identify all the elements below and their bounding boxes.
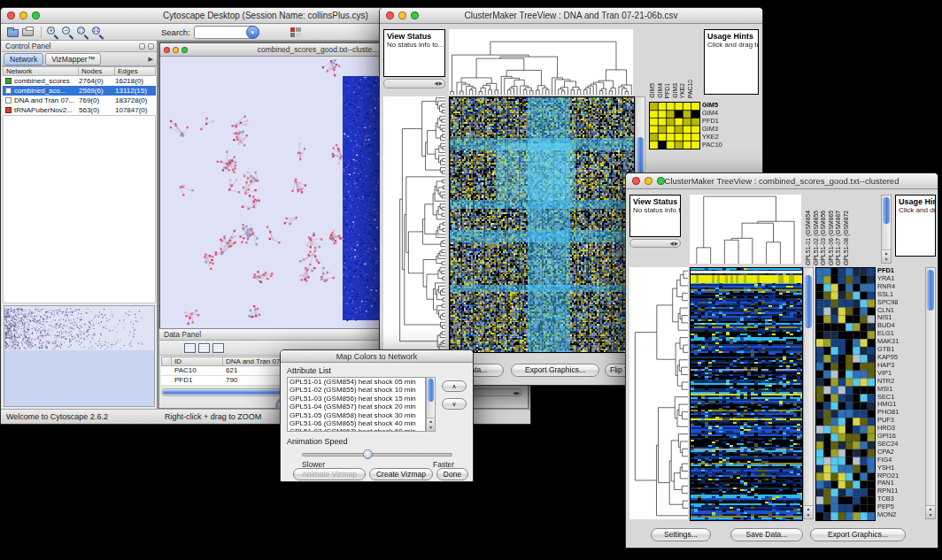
tab-overflow-icon[interactable]: ▶	[149, 56, 153, 63]
column-label[interactable]: GPL51-08 (GSM872	[843, 211, 851, 265]
hide-panel-icon[interactable]	[148, 43, 154, 50]
combo-arrow-icon[interactable]: ▼	[246, 26, 259, 39]
row-dendrogram-canvas[interactable]	[629, 267, 688, 519]
column-label[interactable]: PAC10	[687, 80, 695, 98]
search-input[interactable]: ▼	[194, 26, 259, 39]
top-vscrollbar[interactable]: ▲▼	[881, 195, 892, 264]
maximize-icon[interactable]	[32, 12, 40, 19]
attribute-list-item[interactable]: GPL51-02 (GSM855) heat shock 10 min	[288, 386, 425, 394]
status-hscrollbar[interactable]: ◀▶	[383, 79, 445, 88]
zoom-in-icon[interactable]: +	[46, 26, 61, 39]
export-graphics-button[interactable]: Export Graphics...	[511, 364, 599, 377]
zoom-out-icon[interactable]: −	[61, 26, 76, 39]
zoom-heatmap-canvas[interactable]	[649, 102, 700, 150]
treeview-dna-titlebar[interactable]: ClusterMaker TreeView : DNA and Tran 07-…	[380, 8, 762, 24]
slider-knob[interactable]	[363, 449, 373, 459]
maximize-icon[interactable]	[657, 177, 665, 185]
animation-speed-slider[interactable]	[302, 453, 452, 456]
gene-label[interactable]: PAC10	[702, 142, 737, 150]
attribute-list-item[interactable]: GPL51-04 (GSM857) heat shock 20 min	[288, 403, 425, 410]
attribute-list-label: Attribute List	[287, 366, 331, 375]
maximize-icon[interactable]	[411, 12, 419, 19]
network-row[interactable]: tRNAPuberNov2... 563(0) 107847(0)	[3, 105, 156, 115]
attribute-select-icon[interactable]	[184, 343, 196, 353]
tab-network[interactable]: Network	[4, 53, 43, 65]
column-label[interactable]: GPL51-03 (GSM856	[820, 211, 828, 265]
vscroll-arrows-icon[interactable]: ▲▼	[882, 249, 891, 263]
print-icon[interactable]	[21, 26, 36, 39]
tab-vizmapper[interactable]: VizMapper™	[45, 53, 101, 65]
save-data-button[interactable]: Save Data...	[730, 528, 803, 541]
global-heatmap-canvas[interactable]	[690, 267, 803, 521]
vscrollbar-thumb[interactable]	[805, 275, 812, 328]
attribute-list-item[interactable]: GPL51-01 (GSM854) heat shock 05 min	[288, 378, 425, 386]
minimize-icon[interactable]	[398, 12, 406, 19]
status-hscrollbar[interactable]: ◀▶	[629, 239, 681, 248]
gene-list-vscrollbar[interactable]: ▲▼	[925, 267, 936, 519]
float-panel-icon[interactable]	[139, 43, 145, 50]
column-dendrogram-canvas[interactable]	[690, 195, 801, 264]
create-vizmap-button[interactable]: Create Vizmap	[369, 468, 433, 480]
vscroll-arrows-icon[interactable]: ▲▼	[427, 418, 435, 431]
attribute-list-item[interactable]: GPL51-06 (GSM865) heat shock 40 min	[288, 419, 425, 427]
vscrollbar-thumb[interactable]	[883, 197, 890, 224]
minimize-icon[interactable]	[19, 12, 27, 19]
column-label[interactable]: YKE2	[679, 83, 687, 98]
close-icon[interactable]	[7, 12, 15, 19]
column-dendrogram-canvas[interactable]	[449, 29, 633, 95]
dialog-titlebar[interactable]: Map Colors to Network	[281, 350, 473, 363]
hscroll-arrows-icon[interactable]: ◀▶	[513, 389, 520, 396]
network-table-header[interactable]: Network Nodes Edges	[3, 66, 156, 76]
zoom-fit-icon[interactable]: 1:1	[91, 26, 106, 39]
gene-label[interactable]: MON2	[877, 511, 923, 519]
settings-button[interactable]: Settings...	[651, 528, 711, 541]
attribute-list[interactable]: GPL51-01 (GSM854) heat shock 05 minGPL51…	[287, 377, 426, 432]
control-panel: Control Panel Network VizMapper™ ▶ Netwo…	[2, 41, 158, 409]
export-graphics-button[interactable]: Export Graphics...	[810, 528, 906, 541]
attribute-list-item[interactable]: GPL51-05 (GSM858) heat shock 30 min	[288, 411, 425, 419]
close-icon[interactable]	[386, 12, 394, 19]
vscrollbar-thumb[interactable]	[927, 270, 934, 311]
network-overview-panel[interactable]	[4, 305, 155, 407]
open-folder-icon[interactable]	[6, 26, 21, 39]
minimize-icon[interactable]	[173, 47, 179, 53]
zoom-region-icon[interactable]: □	[76, 26, 91, 39]
close-icon[interactable]	[164, 47, 170, 53]
close-icon[interactable]	[632, 177, 640, 185]
col-nodes[interactable]: Nodes	[79, 66, 115, 76]
network-overview-thumbnail[interactable]	[4, 306, 154, 406]
column-label[interactable]: GPL51-07 (GSM867	[835, 211, 843, 265]
vscroll-arrows-icon[interactable]: ▲▼	[804, 505, 813, 518]
treeview-combined-titlebar[interactable]: ClusterMaker TreeView : combined_scores_…	[626, 173, 938, 189]
column-label[interactable]: PFD1	[664, 83, 672, 98]
view-status-panel: View Status No status info to...	[383, 29, 445, 77]
vscrollbar-thumb[interactable]	[428, 379, 434, 402]
network-row[interactable]: combined_scores 2764(0) 16218(0)	[3, 76, 156, 86]
column-label[interactable]: GPL51-02 (GSM855	[813, 211, 821, 265]
network-row[interactable]: DNA and Tran 07... 769(0) 183728(0)	[3, 96, 156, 105]
heatmap-vscrollbar[interactable]: ▲▼	[803, 267, 814, 519]
attribute-list-item[interactable]: GPL51-03 (GSM856) heat shock 15 min	[288, 395, 425, 403]
maximize-icon[interactable]	[181, 47, 188, 53]
global-heatmap-canvas[interactable]	[449, 96, 635, 353]
vscroll-arrows-icon[interactable]: ▲▼	[926, 505, 935, 518]
network-row-selected[interactable]: combined_sco... 2569(6) 13112(15)	[3, 86, 156, 96]
zoom-heatmap-canvas[interactable]	[815, 267, 876, 521]
document-icon	[5, 97, 12, 104]
column-label[interactable]: GPL51-01 (GSM854	[805, 211, 813, 265]
minimize-icon[interactable]	[645, 177, 652, 185]
column-label[interactable]: GIM4	[657, 83, 665, 98]
list-vscrollbar[interactable]: ▲▼	[426, 377, 436, 432]
col-edges[interactable]: Edges	[115, 66, 156, 76]
annotation-grid-icon[interactable]	[290, 26, 305, 39]
done-button[interactable]: Done	[436, 468, 468, 480]
row-dendrogram-canvas[interactable]	[383, 96, 445, 351]
animate-vizmap-button[interactable]: Animate Vizmap	[293, 468, 366, 480]
column-label[interactable]: GIM5	[649, 83, 657, 98]
attribute-list-item[interactable]: GPL51-07 (GSM867) heat shock 60 min	[288, 427, 425, 432]
col-network[interactable]: Network	[3, 66, 79, 76]
move-down-button[interactable]: ∨	[442, 398, 467, 410]
attribute-create-icon[interactable]	[198, 343, 210, 353]
attribute-delete-icon[interactable]	[212, 343, 224, 353]
move-up-button[interactable]: ∧	[442, 380, 467, 392]
